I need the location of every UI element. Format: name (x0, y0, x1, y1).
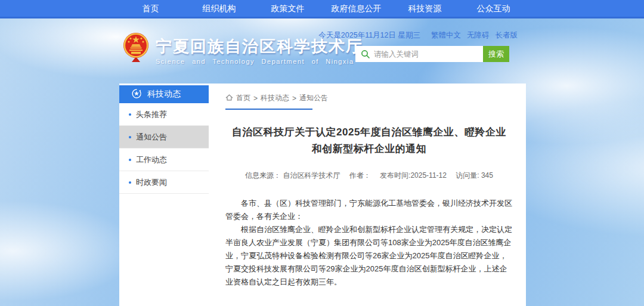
breadcrumb-home[interactable]: 首页 (236, 93, 250, 103)
header-quick-links: 今天是2025年11月12日 星期三 繁體中文 无障碍 长者版 (355, 30, 518, 41)
current-date-text: 今天是2025年11月12日 星期三 (318, 30, 420, 41)
top-navigation: 首页 组织机构 政策文件 政府信息公开 科技资源 公众互动 (0, 0, 644, 18)
nav-item-policy-documents[interactable]: 政策文件 (253, 0, 322, 17)
nav-item-organization[interactable]: 组织机构 (185, 0, 253, 17)
link-traditional-chinese[interactable]: 繁體中文 (431, 30, 461, 41)
nav-item-public-interaction[interactable]: 公众互动 (459, 0, 528, 17)
nav-item-sci-tech-resources[interactable]: 科技资源 (391, 0, 459, 17)
link-elderly-version[interactable]: 长者版 (496, 30, 518, 41)
nav-item-home[interactable]: 首页 (116, 0, 185, 17)
sidebar: 科技动态 头条推荐 通知公告 工作动态 时政要闻 (119, 84, 209, 306)
bullet-dot-icon (129, 113, 131, 116)
site-subtitle: Science and Technology Department of Nin… (156, 58, 363, 65)
national-emblem-logo (122, 32, 150, 65)
article-paragraph: 根据自治区雏鹰企业、瞪羚企业和创新型标杆企业认定管理有关规定，决定认定半亩良人农… (225, 223, 513, 289)
article-title: 自治区科技厅关于认定2025年度自治区雏鹰企业、瞪羚企业 和创新型标杆企业的通知 (225, 124, 513, 157)
sidebar-item-current-politics[interactable]: 时政要闻 (119, 171, 209, 194)
breadcrumb-sci-tech-news[interactable]: 科技动态 (261, 93, 289, 103)
header-right: 今天是2025年11月12日 星期三 繁體中文 无障碍 长者版 搜索 (355, 30, 518, 62)
meta-author: 作者： (349, 171, 371, 180)
breadcrumb: 首页 > 科技动态 > 通知公告 (225, 93, 513, 103)
meta-source: 信息来源： 自治区科学技术厅 (245, 171, 340, 180)
home-icon (225, 94, 233, 103)
page: 首页 组织机构 政策文件 政府信息公开 科技资源 公众互动 (0, 0, 644, 306)
bullet-dot-icon (129, 181, 131, 184)
breadcrumb-underline (225, 109, 312, 110)
sidebar-item-label: 时政要闻 (136, 177, 167, 188)
sidebar-title: 科技动态 (147, 89, 181, 100)
nav-item-gov-info-disclosure[interactable]: 政府信息公开 (322, 0, 391, 17)
site-header: 宁夏回族自治区科学技术厅 Science and Technology Depa… (0, 18, 644, 84)
link-accessibility[interactable]: 无障碍 (467, 30, 490, 41)
sidebar-item-label: 头条推荐 (136, 109, 167, 120)
breadcrumb-separator: > (253, 94, 258, 103)
sidebar-item-headline-recommendations[interactable]: 头条推荐 (119, 103, 209, 126)
bullet-dot-icon (129, 159, 131, 161)
search-input[interactable] (374, 46, 483, 62)
article-body: 各市、县（区）科技管理部门，宁东能源化工基地管委会，银川经济技术开发区管委会，各… (225, 197, 513, 289)
sidebar-item-work-updates[interactable]: 工作动态 (119, 149, 209, 171)
sidebar-item-label: 工作动态 (136, 154, 167, 165)
search-bar: 搜索 (355, 46, 509, 62)
search-icon (355, 50, 374, 59)
sidebar-header: 科技动态 (119, 85, 209, 103)
search-button[interactable]: 搜索 (483, 46, 509, 62)
sidebar-item-notices[interactable]: 通知公告 (119, 126, 209, 149)
article-content: 首页 > 科技动态 > 通知公告 自治区科技厅关于认定2025年度自治区雏鹰企业… (209, 84, 526, 306)
main-content-wrap: 科技动态 头条推荐 通知公告 工作动态 时政要闻 (119, 84, 526, 306)
sidebar-item-label: 通知公告 (136, 132, 167, 143)
meta-views: 访问量: 345 (456, 171, 493, 180)
sci-tech-news-circle-star-icon (131, 88, 142, 101)
breadcrumb-notices[interactable]: 通知公告 (299, 93, 328, 103)
meta-publish-time: 发布时间:2025-11-12 (380, 171, 447, 180)
article-title-line1: 自治区科技厅关于认定2025年度自治区雏鹰企业、瞪羚企业 (232, 126, 506, 138)
bullet-dot-icon (129, 136, 131, 138)
article-paragraph: 各市、县（区）科技管理部门，宁东能源化工基地管委会，银川经济技术开发区管委会，各… (225, 197, 513, 223)
article-title-line2: 和创新型标杆企业的通知 (312, 143, 427, 154)
article-meta: 信息来源： 自治区科学技术厅 作者： 发布时间:2025-11-12 访问量: … (225, 171, 513, 181)
breadcrumb-separator: > (292, 94, 296, 103)
